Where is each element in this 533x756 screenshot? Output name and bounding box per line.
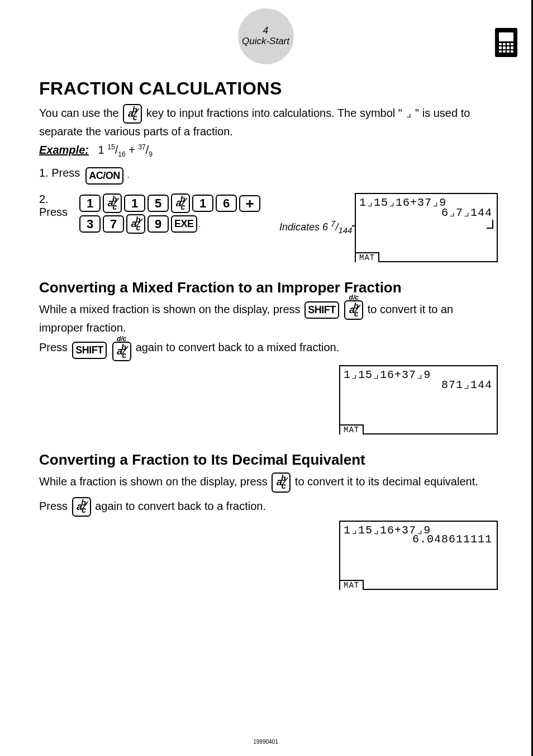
exe-key-icon: EXE — [171, 215, 197, 233]
section-label: Quick-Start — [238, 36, 294, 47]
step-2-keys: 1 ab⁄c 1 5 ab⁄c 1 6 + 3 7 ab⁄c 9 EXE . — [78, 193, 279, 234]
step-1: 1. Press AC/ON . — [39, 167, 498, 185]
display-input: 1⌟15⌟16+37⌟9 — [359, 195, 446, 209]
display-tab: MAT — [339, 580, 364, 590]
indicator: Indicates 6 7/144 — [279, 219, 355, 235]
abc-key-icon: ab⁄c — [272, 472, 291, 492]
page-title: FRACTION CALCULATIONS — [39, 78, 498, 99]
page: 4 Quick-Start FRACTION CALCULATIONS You … — [0, 0, 533, 756]
example-expression: 1 15/16 + 37/9 — [98, 144, 153, 156]
digit-3-key-icon: 3 — [79, 215, 101, 233]
subheading-decimal: Converting a Fraction to Its Decimal Equ… — [39, 451, 498, 469]
calculator-display-2: 1⌟15⌟16+37⌟9 871⌟144 MAT — [339, 365, 498, 434]
digit-6-key-icon: 6 — [216, 195, 237, 212]
subheading-mixed: Converting a Mixed Fraction to an Improp… — [39, 279, 498, 296]
digit-1-key-icon: 1 — [124, 195, 145, 212]
example-line: Example: 1 15/16 + 37/9 — [39, 143, 498, 159]
calculator-display-3: 1⌟15⌟16+37⌟9 6.048611111 MAT — [339, 521, 498, 590]
display-tab: MAT — [339, 424, 364, 434]
intro-paragraph: You can use the ab⁄c key to input fracti… — [39, 103, 498, 139]
indicator-text: Indicates 6 7/144 — [279, 221, 352, 233]
step-2: 2. Press 1 ab⁄c 1 5 ab⁄c 1 6 + 3 7 ab⁄c … — [39, 193, 498, 262]
header-badge: 4 Quick-Start — [238, 8, 294, 64]
step-2-label: 2. Press — [39, 193, 78, 219]
page-number: 4 — [238, 26, 294, 36]
fraction-separator-symbol: ⌟ — [405, 106, 412, 120]
display-result: 6⌟7⌟144 — [441, 205, 492, 219]
abc-key-icon: ab⁄c — [171, 193, 190, 213]
digit-9-key-icon: 9 — [147, 215, 169, 233]
decimal-paragraph-2: Press ab⁄c again to convert back to a fr… — [39, 497, 498, 517]
display-result: 6.048611111 — [412, 533, 492, 546]
digit-5-key-icon: 5 — [147, 195, 169, 212]
abc-dc-key-icon: ab⁄c — [344, 300, 363, 320]
abc-dc-key-icon: ab⁄c — [112, 342, 131, 361]
digit-7-key-icon: 7 — [103, 215, 124, 233]
plus-key-icon: + — [239, 195, 260, 212]
decimal-paragraph-1: While a fraction is shown on the display… — [39, 472, 498, 493]
mixed-paragraph-2: Press SHIFT ab⁄c again to convert back t… — [39, 341, 498, 362]
step-1-label: 1. Press — [39, 167, 80, 179]
display-tab: MAT — [355, 252, 379, 262]
abc-key-icon: ab⁄c — [103, 193, 122, 213]
display-input: 1⌟15⌟16+37⌟9 — [344, 367, 431, 381]
ac-on-key-icon: AC/ON — [85, 167, 123, 185]
abc-key-icon: ab⁄c — [126, 214, 145, 234]
digit-1-key-icon: 1 — [192, 195, 213, 212]
abc-key-icon: ab⁄c — [123, 104, 142, 124]
abc-key-icon: ab⁄c — [72, 497, 91, 517]
calculator-icon — [495, 28, 517, 57]
footer-code: 19990401 — [253, 739, 278, 745]
digit-1-key-icon: 1 — [79, 195, 101, 212]
mixed-paragraph-1: While a mixed fraction is shown on the d… — [39, 300, 498, 336]
example-label: Example: — [39, 144, 89, 156]
display-result: 871⌟144 — [441, 377, 492, 391]
calculator-display-1: 1⌟15⌟16+37⌟9 6⌟7⌟144 MAT — [355, 193, 498, 262]
shift-key-icon: SHIFT — [304, 301, 339, 319]
shift-key-icon: SHIFT — [72, 342, 107, 359]
